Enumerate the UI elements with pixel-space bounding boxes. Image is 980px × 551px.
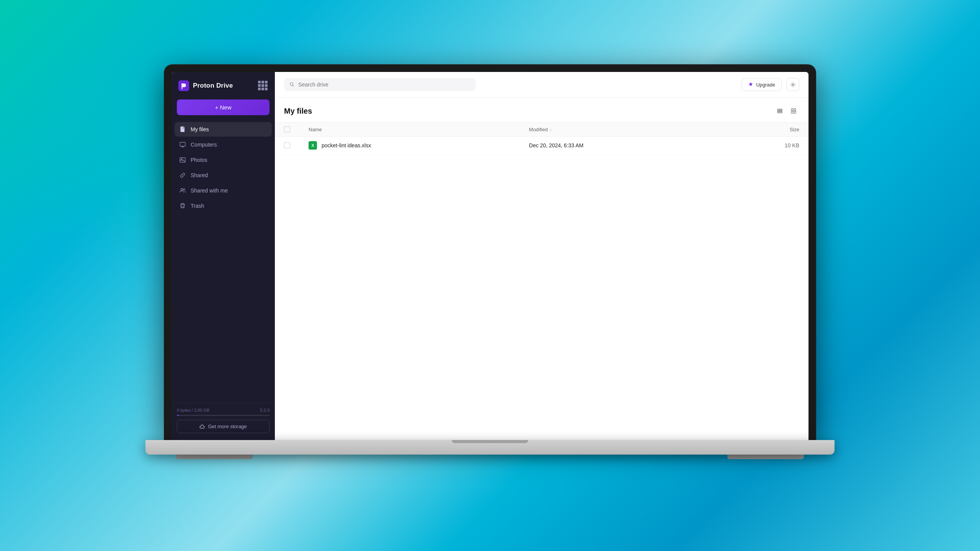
storage-bar-fill	[177, 415, 179, 416]
list-view-icon	[777, 108, 783, 114]
files-table: Name Modified ↓ Si	[275, 122, 808, 155]
svg-rect-10	[777, 109, 782, 110]
grid-view-button[interactable]	[788, 105, 799, 117]
sidebar-item-my-files[interactable]: My files	[175, 122, 272, 137]
upgrade-button[interactable]: Upgrade	[742, 78, 782, 91]
table-row[interactable]: X pocket-lint ideas.xlsx Dec 20, 2024, 6…	[275, 137, 808, 155]
search-icon	[289, 82, 294, 87]
people-icon	[179, 187, 186, 194]
row-checkbox-cell	[275, 137, 299, 155]
monitor-icon	[179, 141, 186, 148]
app-title: Proton Drive	[193, 82, 233, 90]
settings-button[interactable]	[786, 78, 799, 91]
laptop-base	[145, 440, 835, 455]
gear-icon	[790, 82, 796, 88]
file-name: pocket-lint ideas.xlsx	[322, 142, 371, 148]
svg-rect-12	[777, 112, 782, 113]
sidebar-item-shared-with-me[interactable]: Shared with me	[175, 183, 272, 198]
col-modified-header[interactable]: Modified ↓	[520, 122, 719, 137]
files-header: My files	[275, 98, 808, 122]
svg-rect-11	[777, 111, 782, 112]
search-bar[interactable]	[284, 78, 475, 91]
sidebar-item-shared[interactable]: Shared	[175, 168, 272, 183]
col-checkbox-header	[275, 122, 299, 137]
svg-rect-3	[180, 142, 185, 146]
svg-point-8	[290, 83, 293, 86]
row-checkbox[interactable]	[284, 142, 290, 148]
view-toggle	[774, 105, 799, 117]
list-view-button[interactable]	[774, 105, 786, 117]
trash-icon	[179, 202, 186, 209]
right-foot	[727, 455, 804, 459]
file-name-cell: X pocket-lint ideas.xlsx	[299, 137, 520, 155]
col-size-header: Size	[719, 122, 808, 137]
sidebar-item-computers-label: Computers	[191, 142, 217, 148]
sidebar-item-photos[interactable]: Photos	[175, 153, 272, 167]
cloud-icon	[199, 424, 205, 429]
page-title: My files	[284, 107, 312, 116]
sidebar: Proton Drive + New	[172, 72, 275, 440]
version-text: 5.2.0	[260, 408, 270, 412]
sidebar-item-my-files-label: My files	[191, 126, 209, 132]
upgrade-icon	[748, 82, 753, 87]
main-content: Upgrade My files	[275, 72, 808, 440]
sidebar-item-trash-label: Trash	[191, 203, 204, 209]
svg-rect-1	[181, 87, 183, 89]
file-modified-cell: Dec 20, 2024, 6:33 AM	[520, 137, 719, 155]
topbar-right: Upgrade	[742, 78, 799, 91]
file-icon	[179, 126, 186, 133]
apps-grid-icon[interactable]	[258, 81, 268, 91]
file-type-icon: X	[309, 141, 317, 150]
col-name-header: Name	[299, 122, 520, 137]
sidebar-item-photos-label: Photos	[191, 157, 207, 163]
sidebar-item-shared-with-me-label: Shared with me	[191, 187, 228, 194]
select-all-checkbox[interactable]	[284, 126, 290, 132]
files-area: My files	[275, 98, 808, 440]
nav-items: My files Computers	[172, 122, 275, 403]
svg-rect-16	[794, 111, 796, 113]
svg-point-9	[792, 84, 794, 85]
storage-info: 0 bytes / 2.00 GB 5.2.0	[177, 408, 270, 416]
file-size-cell: 10 KB	[719, 137, 808, 155]
left-foot	[176, 455, 253, 459]
photo-icon	[179, 156, 186, 163]
storage-used-text: 0 bytes / 2.00 GB	[177, 408, 209, 412]
sort-arrow-icon: ↓	[550, 127, 552, 132]
grid-view-icon	[791, 108, 797, 114]
get-more-storage-button[interactable]: Get more storage	[177, 420, 270, 433]
new-button[interactable]: + New	[177, 99, 270, 115]
sidebar-item-computers[interactable]: Computers	[175, 137, 272, 152]
sidebar-footer: 0 bytes / 2.00 GB 5.2.0	[172, 403, 275, 440]
svg-rect-14	[794, 109, 796, 111]
link-icon	[179, 172, 186, 179]
upgrade-label: Upgrade	[756, 82, 775, 88]
sidebar-item-shared-label: Shared	[191, 172, 208, 178]
svg-rect-13	[791, 109, 793, 111]
sidebar-header: Proton Drive	[172, 72, 275, 98]
svg-point-7	[183, 189, 185, 190]
sidebar-item-trash[interactable]: Trash	[175, 199, 272, 213]
laptop-feet	[145, 455, 835, 459]
logo-area: Proton Drive	[178, 80, 233, 91]
svg-rect-15	[791, 111, 793, 113]
search-input[interactable]	[298, 82, 470, 88]
topbar: Upgrade	[275, 72, 808, 98]
proton-logo-icon	[178, 80, 189, 91]
svg-point-6	[181, 189, 183, 191]
storage-bar	[177, 415, 270, 416]
